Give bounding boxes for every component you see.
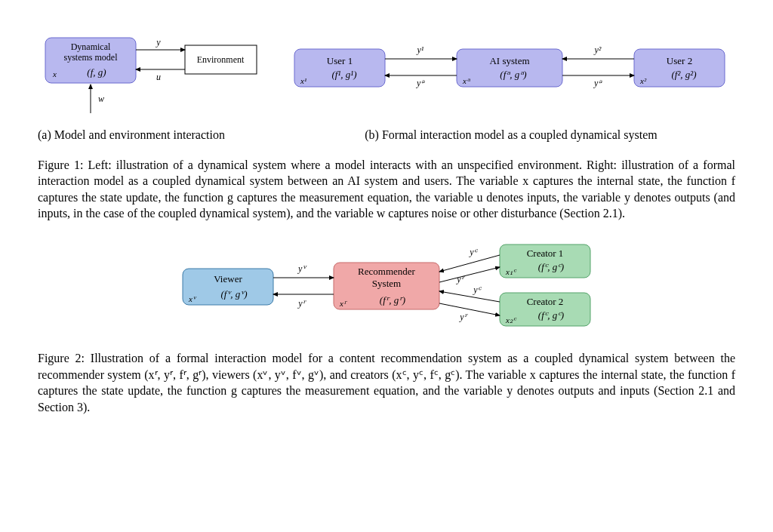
label-yr-top: yʳ — [456, 274, 465, 284]
creator1-title: Creator 1 — [527, 248, 564, 259]
viewer-fg: (fᵛ, gᵛ) — [221, 288, 248, 300]
rec-fg: (fʳ, gʳ) — [380, 294, 405, 306]
ai-fg: (fᵃ, gᵃ) — [500, 69, 526, 80]
user1-fg: (f¹, g¹) — [331, 69, 356, 80]
label-u: u — [156, 72, 161, 82]
label-yv: yᵛ — [297, 263, 307, 274]
label-x2: x² — [639, 76, 647, 85]
figure-1b-svg: User 1 (f¹, g¹) x¹ AI system (fᵃ, gᵃ) xᵃ… — [287, 30, 740, 113]
rec-title-1: Recommender — [358, 266, 415, 277]
figure-1a: Dynamical systems model (f, g) x Environ… — [38, 30, 264, 121]
figure-2-caption-lead: Figure 2: — [38, 352, 85, 364]
label-ya-left: yᵃ — [416, 78, 425, 88]
figure-1-subcaptions: (a) Model and environment interaction (b… — [38, 122, 735, 143]
label-w: w — [98, 94, 104, 104]
label-y1: y¹ — [417, 45, 424, 55]
model-fg: (f, g) — [87, 66, 106, 78]
viewer-title: Viewer — [214, 273, 242, 284]
figure-1-caption-text: Left: illustration of a dynamical system… — [38, 158, 735, 220]
creator2-fg: (fᶜ, gᶜ) — [538, 309, 564, 321]
svg-line-21 — [439, 303, 500, 315]
ai-title: AI system — [489, 55, 529, 66]
model-title-1: Dynamical — [71, 42, 111, 52]
figure-2-svg: Viewer (fᵛ, gᵛ) xᵛ Recommender System (f… — [175, 238, 598, 337]
label-y2: y² — [594, 45, 602, 55]
label-xr: xʳ — [339, 299, 347, 308]
label-xa: xᵃ — [462, 76, 470, 85]
user2-title: User 2 — [667, 55, 692, 66]
label-yr-left: yʳ — [297, 298, 306, 309]
user1-title: User 1 — [327, 55, 353, 66]
figure-1-row: Dynamical systems model (f, g) x Environ… — [38, 30, 735, 121]
subcaption-b: (b) Formal interaction model as a couple… — [287, 127, 735, 143]
label-y: y — [156, 37, 161, 48]
model-title-2: systems model — [64, 52, 119, 63]
label-x1: x¹ — [300, 76, 306, 85]
label-xc1: x₁ᶜ — [505, 267, 517, 276]
subcaption-a: (a) Model and environment interaction — [38, 127, 264, 143]
label-yc-top: yᶜ — [469, 247, 478, 257]
label-yr-bot: yʳ — [459, 312, 468, 322]
figure-2: Viewer (fᵛ, gᵛ) xᵛ Recommender System (f… — [38, 238, 735, 337]
figure-1a-svg: Dynamical systems model (f, g) x Environ… — [38, 30, 264, 121]
creator1-fg: (fᶜ, gᶜ) — [538, 261, 564, 272]
label-xc2: x₂ᶜ — [505, 315, 517, 324]
label-ya-right: yᵃ — [593, 78, 602, 88]
figure-1-caption: Figure 1: Left: illustration of a dynami… — [38, 157, 735, 222]
creator2-title: Creator 2 — [527, 296, 564, 307]
rec-title-2: System — [372, 278, 401, 289]
label-x: x — [52, 69, 57, 78]
label-yc-bot: yᶜ — [473, 284, 482, 295]
figure-1-caption-lead: Figure 1: — [38, 158, 83, 171]
figure-2-caption-text: Illustration of a formal interaction mod… — [38, 352, 735, 414]
figure-2-caption: Figure 2: Illustration of a formal inter… — [38, 350, 735, 415]
svg-line-20 — [439, 291, 500, 302]
figure-1b: User 1 (f¹, g¹) x¹ AI system (fᵃ, gᵃ) xᵃ… — [287, 30, 740, 113]
env-title: Environment — [197, 54, 245, 65]
user2-fg: (f², g²) — [671, 69, 696, 80]
